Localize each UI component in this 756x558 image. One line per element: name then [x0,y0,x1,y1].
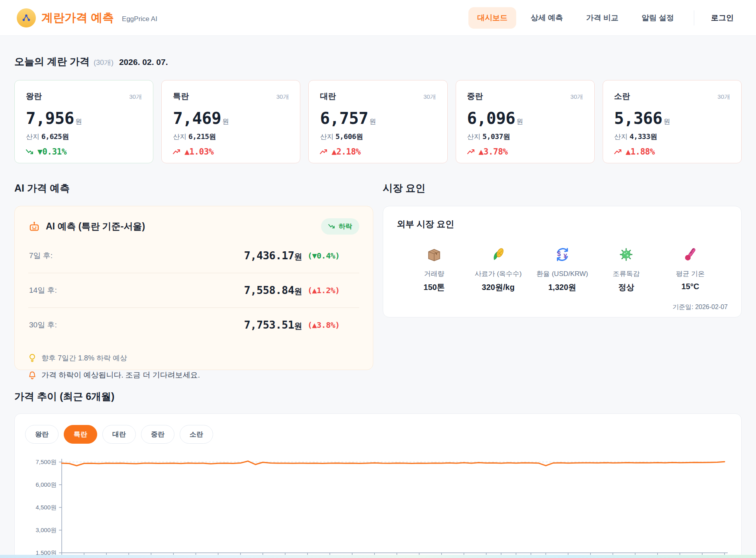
factor-value: 15°C [682,282,699,291]
price-unit: 원 [369,118,376,125]
factor-value: 150톤 [423,282,445,293]
forecast-row-7d: 7일 후: 7,436.17원 (▼0.4%) [28,239,359,273]
svg-text:7,500원: 7,500원 [35,458,57,465]
forecast-pct: (▼0.4%) [307,251,358,260]
forecast-unit: 원 [294,252,302,261]
grade-label: 대란 [320,91,336,102]
trend-up-icon [467,149,475,155]
market-card-title: 외부 시장 요인 [397,218,728,230]
origin-label: 산지 [467,133,481,141]
price-card-teukran: 특란 30개 7,469원 산지 6,215원 ▲1.03% [161,80,300,163]
today-heading: 오늘의 계란 가격 (30개) 2026. 02. 07. [14,55,742,68]
today-title: 오늘의 계란 가격 [14,55,90,68]
forecast-pct: (▲3.8%) [307,320,358,330]
price-unit: 원 [517,118,523,125]
factor-volume: 거래량 150톤 [402,245,466,293]
robot-icon [28,221,40,233]
price-value: 6,096 [467,109,515,128]
forecast-direction-badge: 하락 [321,218,359,235]
forecast-value: 7,436.17 [244,249,294,262]
change-pct: ▲1.88% [626,147,655,157]
factor-avg-temp: 평균 기온 15°C [658,245,722,293]
ai-forecast-card: AI 예측 (특란 기준-서울) 하락 7일 후: 7,436.17원 (▼0.… [14,206,373,370]
factor-label: 평균 기온 [676,269,705,278]
login-button[interactable]: 로그인 [705,9,739,27]
base-date-label: 기준일: 2026-02-07 [397,303,728,311]
svg-text:$: $ [557,251,560,257]
tab-soran[interactable]: 소란 [180,425,213,444]
alert-text: 가격 하락이 예상됩니다. 조금 더 기다려보세요. [41,370,200,380]
next-section-edge [0,555,756,558]
thermometer-icon [682,246,699,263]
today-date: 2026. 02. 07. [119,57,168,67]
lightbulb-icon [28,353,36,363]
factor-label: 사료가 (옥수수) [475,269,522,278]
svg-text:¥: ¥ [563,253,567,260]
svg-text:6,000원: 6,000원 [35,481,57,488]
brand-logo[interactable]: 계란가격 예측 EggPrice AI [17,8,157,27]
origin-label: 산지 [173,133,186,141]
origin-price: 5,606원 [335,132,363,141]
factor-exchange-rate: $ ¥ 환율 (USD/KRW) 1,320원 [531,245,594,293]
factor-value: 320원/kg [482,282,515,293]
price-value: 7,956 [26,109,74,128]
forecast-alert: 가격 하락이 예상됩니다. 조금 더 기다려보세요. [28,370,359,380]
trend-down-icon [328,224,335,229]
count-label: 30개 [570,93,583,101]
price-value: 5,366 [614,109,662,128]
market-factor-card: 외부 시장 요인 거래량 150톤 [383,206,742,317]
bell-icon [28,371,36,380]
trend-section-title: 가격 추이 (최근 6개월) [14,390,742,403]
count-label: 30개 [717,93,730,101]
grade-label: 소란 [614,91,630,102]
price-unit: 원 [75,118,82,125]
price-card-jungran: 중란 30개 6,096원 산지 5,037원 ▲3.78% [456,80,595,163]
price-card-soran: 소란 30개 5,366원 산지 4,333원 ▲1.88% [603,80,742,163]
price-trend-section: 가격 추이 (최근 6개월) 왕란 특란 대란 중란 소란 1,500원3,00… [14,390,742,558]
nav-price-compare[interactable]: 가격 비교 [577,7,627,29]
price-card-daeran: 대란 30개 6,757원 산지 5,606원 ▲2.18% [308,80,447,163]
forecast-pct: (▲1.2%) [307,286,358,295]
svg-text:4,500원: 4,500원 [35,504,57,511]
origin-label: 산지 [26,133,39,141]
change-pct: ▲3.78% [479,147,508,157]
market-factor-section: 시장 요인 외부 시장 요인 거래량 [383,182,742,370]
origin-label: 산지 [614,133,628,141]
ai-section-title: AI 가격 예측 [14,182,373,195]
tab-teukran[interactable]: 특란 [64,425,97,444]
forecast-value: 7,558.84 [244,284,294,296]
tab-jungran[interactable]: 중란 [141,425,174,444]
factor-value: 정상 [618,282,634,293]
nav-alert-settings[interactable]: 알림 설정 [633,7,683,29]
change-pct: ▼0.31% [37,147,67,157]
egg-logo-icon [17,8,36,27]
forecast-tip: 향후 7일간 1.8% 하락 예상 [28,353,359,363]
count-label: 30개 [129,93,142,101]
tab-daeran[interactable]: 대란 [102,425,136,444]
app-subtitle: EggPrice AI [122,15,157,23]
count-label: 30개 [276,93,289,101]
tab-wangran[interactable]: 왕란 [25,425,59,444]
currency-exchange-icon: $ ¥ [554,246,571,263]
factor-label: 조류독감 [613,269,640,278]
price-trend-chart: 1,500원3,000원4,500원6,000원7,500원11/511/811… [25,454,731,558]
today-count-note: (30개) [94,58,114,67]
forecast-label: 7일 후: [29,251,53,261]
trend-up-icon [614,149,622,155]
forecast-label: 14일 후: [29,285,57,296]
forecast-row-14d: 14일 후: 7,558.84원 (▲1.2%) [28,273,359,308]
trend-chart-card: 왕란 특란 대란 중란 소란 1,500원3,000원4,500원6,000원7… [14,413,742,558]
origin-price: 6,625원 [41,132,69,141]
nav-detail-forecast[interactable]: 상세 예측 [522,7,572,29]
app-title: 계란가격 예측 [41,10,114,26]
grade-label: 특란 [173,91,189,102]
price-card-wangran: 왕란 30개 7,956원 산지 6,625원 ▼0.31% [14,80,153,163]
svg-text:3,000원: 3,000원 [35,527,57,533]
corn-icon [490,246,507,263]
trend-down-icon [26,149,34,155]
factor-label: 거래량 [424,269,445,278]
price-unit: 원 [664,118,670,125]
factor-avian-flu: 조류독감 정상 [594,245,658,293]
factor-label: 환율 (USD/KRW) [536,269,588,278]
nav-dashboard[interactable]: 대시보드 [468,7,516,29]
